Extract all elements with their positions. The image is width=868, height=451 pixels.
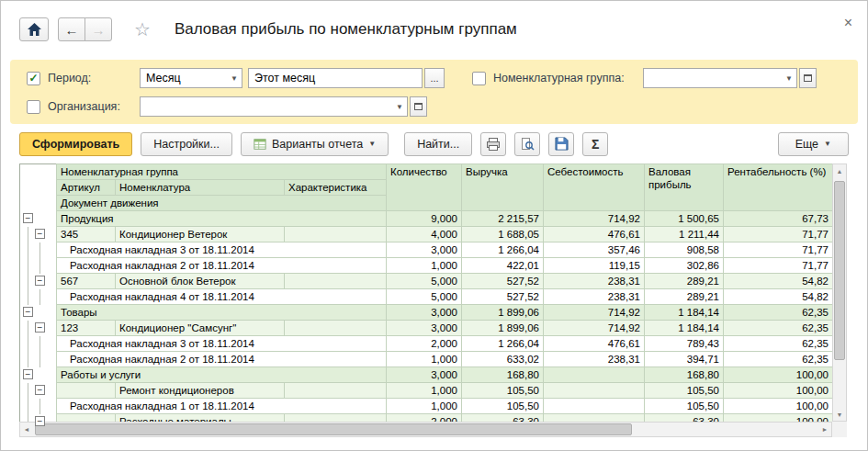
article-cell: 123 — [57, 321, 116, 336]
collapse-toggle-icon[interactable]: − — [35, 322, 45, 333]
collapse-toggle-icon[interactable]: − — [35, 229, 45, 239]
organization-combobox[interactable]: ▼ — [140, 96, 408, 117]
organization-open-button[interactable] — [410, 96, 427, 117]
gross-profit-cell: 1 184,14 — [645, 305, 724, 321]
quantity-cell: 5,000 — [387, 274, 462, 289]
forward-button[interactable]: → — [85, 17, 112, 41]
nomgroup-combobox[interactable]: ▼ — [643, 68, 797, 88]
report-row-doc[interactable]: Расходная накладная 1 от 18.11.20141,000… — [20, 399, 833, 414]
save-icon — [555, 137, 569, 151]
sum-button[interactable]: Σ — [582, 132, 608, 156]
page-title: Валовая прибыль по номенклатурным группа… — [175, 20, 517, 39]
favorite-star-icon[interactable]: ☆ — [134, 18, 151, 40]
vertical-scrollbar[interactable]: ▲ ▼ — [832, 163, 847, 422]
revenue-cell: 105,50 — [462, 399, 544, 414]
revenue-cell: 168,80 — [462, 367, 544, 383]
group-name-cell: Товары — [57, 305, 387, 321]
quantity-cell: 3,000 — [387, 367, 462, 383]
quantity-cell: 4,000 — [387, 227, 462, 242]
tree-cell: − — [20, 274, 57, 289]
filter-panel: ✓ Период: Месяц ▼ Этот месяц ... Номенкл… — [10, 60, 858, 124]
report-row-doc[interactable]: Расходная накладная 3 от 18.11.20143,000… — [20, 242, 833, 258]
horizontal-scrollbar[interactable]: ◄ ► — [19, 422, 832, 437]
report-window: ← → ☆ Валовая прибыль по номенклатурным … — [0, 0, 868, 451]
print-preview-button[interactable] — [514, 132, 540, 156]
group-name-cell: Продукция — [57, 211, 387, 227]
report-row-doc[interactable]: Расходная накладная 4 от 18.11.20145,000… — [20, 289, 833, 305]
header-nomenclature: Номенклатура — [116, 180, 285, 196]
more-button[interactable]: Еще ▼ — [778, 132, 849, 156]
settings-button[interactable]: Настройки... — [141, 132, 232, 156]
document-cell: Расходная накладная 3 от 18.11.2014 — [57, 336, 387, 352]
tree-header-cell — [20, 164, 57, 211]
report-row-item[interactable]: −Ремонт кондиционеров1,000105,50105,5010… — [20, 383, 833, 399]
collapse-toggle-icon[interactable]: − — [23, 369, 33, 379]
period-mode-combobox[interactable]: Месяц ▼ — [140, 68, 242, 88]
home-button[interactable] — [19, 17, 49, 41]
scroll-left-icon[interactable]: ◄ — [20, 423, 33, 436]
quantity-cell: 1,000 — [387, 258, 462, 274]
report-row-group[interactable]: −Продукция9,0002 215,57714,921 500,6567,… — [20, 211, 833, 227]
profitability-cell: 71,77 — [724, 227, 833, 242]
save-button[interactable] — [548, 132, 574, 156]
cost-cell: 714,92 — [544, 305, 645, 321]
period-more-button[interactable]: ... — [424, 68, 445, 88]
chevron-down-icon[interactable]: ▼ — [227, 74, 242, 83]
report-row-group[interactable]: −Товары3,0001 899,06714,921 184,1462,35 — [20, 305, 833, 321]
tree-cell: − — [20, 211, 57, 227]
back-button[interactable]: ← — [58, 17, 85, 41]
profitability-cell: 71,77 — [724, 242, 833, 258]
group-name-cell: Работы и услуги — [57, 367, 387, 383]
chevron-down-icon[interactable]: ▼ — [782, 74, 796, 83]
report-row-doc[interactable]: Расходная накладная 2 от 18.11.20141,000… — [20, 352, 833, 367]
nomgroup-open-button[interactable] — [799, 68, 817, 88]
gross-profit-cell: 1 211,44 — [645, 227, 724, 242]
vertical-scroll-thumb[interactable] — [834, 181, 845, 360]
find-button[interactable]: Найти... — [404, 132, 472, 156]
profitability-cell: 54,82 — [724, 274, 833, 289]
quantity-cell: 5,000 — [387, 289, 462, 305]
nav-buttons: ← → — [58, 17, 112, 41]
quantity-cell: 2,000 — [387, 336, 462, 352]
horizontal-scroll-thumb[interactable] — [35, 423, 632, 435]
characteristic-cell — [285, 227, 387, 242]
scroll-down-icon[interactable]: ▼ — [833, 408, 846, 421]
report-row-group[interactable]: −Работы и услуги3,000168,80168,80100,00 — [20, 367, 833, 383]
collapse-toggle-icon[interactable]: − — [35, 276, 45, 286]
nomenclature-cell: Основной блок Ветерок — [116, 274, 285, 289]
print-button[interactable] — [480, 132, 506, 156]
collapse-toggle-icon[interactable]: − — [35, 385, 45, 395]
header-article: Артикул — [57, 180, 116, 196]
report-variants-button[interactable]: Варианты отчета ▼ — [241, 132, 389, 156]
back-icon: ← — [65, 22, 79, 38]
period-value-field[interactable]: Этот месяц — [248, 68, 423, 88]
scroll-right-icon[interactable]: ► — [818, 423, 831, 436]
report-row-item[interactable]: −567Основной блок Ветерок5,000527,52238,… — [20, 274, 833, 289]
more-label: Еще — [795, 138, 818, 151]
collapse-toggle-icon[interactable]: − — [23, 307, 33, 317]
report-variants-icon — [254, 138, 266, 151]
collapse-toggle-icon[interactable]: − — [23, 213, 33, 223]
open-icon — [414, 103, 423, 110]
scroll-up-icon[interactable]: ▲ — [833, 164, 846, 177]
organization-checkbox[interactable] — [27, 100, 40, 114]
period-checkbox[interactable]: ✓ — [27, 72, 40, 85]
collapse-toggle-icon[interactable]: − — [35, 416, 45, 426]
header-characteristic: Характеристика — [285, 180, 387, 196]
nomgroup-checkbox[interactable] — [472, 72, 486, 85]
revenue-cell: 527,52 — [462, 289, 544, 305]
nomgroup-label: Номенклатурная группа: — [493, 72, 643, 85]
report-row-doc[interactable]: Расходная накладная 2 от 18.11.20141,000… — [20, 258, 833, 274]
report-variants-label: Варианты отчета — [272, 138, 363, 151]
generate-button[interactable]: Сформировать — [19, 132, 132, 156]
report-row-item[interactable]: −345Кондиционер Ветерок4,0001 688,05476,… — [20, 227, 833, 242]
chevron-down-icon: ▼ — [368, 140, 376, 148]
close-icon[interactable]: × — [844, 16, 852, 30]
chevron-down-icon[interactable]: ▼ — [392, 103, 407, 111]
gross-profit-cell: 394,71 — [645, 352, 724, 367]
report-row-item[interactable]: −123Кондиционер "Самсунг"3,0001 899,0671… — [20, 321, 833, 336]
scrollbar-corner — [832, 422, 847, 437]
report-row-doc[interactable]: Расходная накладная 3 от 18.11.20142,000… — [20, 336, 833, 352]
document-cell: Расходная накладная 3 от 18.11.2014 — [57, 242, 387, 258]
quantity-cell: 3,000 — [387, 242, 462, 258]
